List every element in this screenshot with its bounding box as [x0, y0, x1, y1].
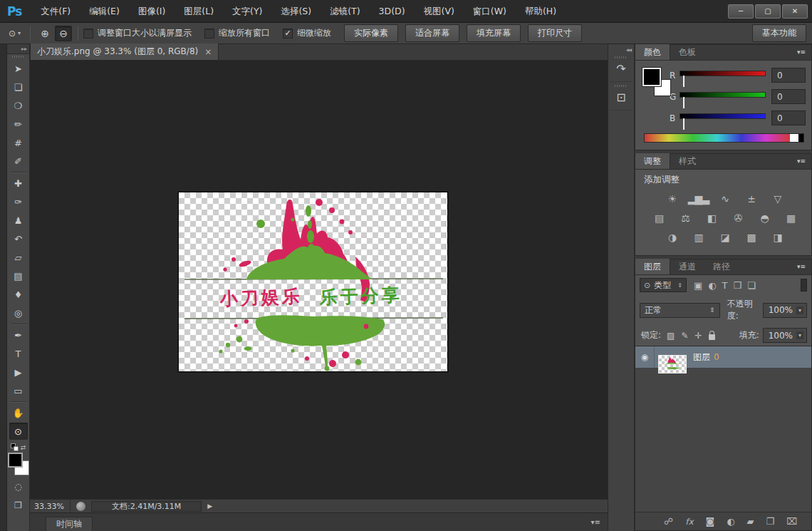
history-panel-button[interactable]: ↷ — [609, 53, 633, 82]
layer-row-selected[interactable]: ◉ 图层 0 — [635, 346, 811, 368]
swap-colors-icon[interactable]: ⇄ — [21, 444, 26, 451]
slider-thumb-icon[interactable] — [683, 118, 685, 130]
workspace-button[interactable]: 基本功能 — [752, 24, 806, 42]
lock-position-icon[interactable]: ✛ — [694, 331, 702, 341]
timeline-tab[interactable]: 时间轴 — [46, 517, 93, 531]
actual-pixels-button[interactable]: 实际像素 — [344, 24, 398, 42]
color-spectrum-ramp[interactable] — [644, 133, 804, 143]
screen-mode-button[interactable]: ❐ — [9, 498, 28, 512]
layer-filter-kind-select[interactable]: ⊙ 类型 ⇕ — [640, 278, 687, 292]
tab-color[interactable]: 颜色 — [635, 44, 670, 60]
curves-icon[interactable]: ∿ — [717, 192, 734, 206]
menu-window[interactable]: 窗口(W) — [464, 0, 516, 23]
marquee-tool-icon[interactable]: ❏ — [9, 78, 28, 96]
color-balance-icon[interactable]: ⚖ — [677, 211, 694, 225]
green-slider[interactable] — [680, 91, 766, 103]
maximize-button[interactable]: ▢ — [755, 4, 781, 19]
link-layers-icon[interactable]: ☍ — [664, 516, 673, 527]
tab-swatches[interactable]: 色板 — [670, 44, 704, 60]
close-button[interactable]: ✕ — [782, 4, 808, 19]
path-selection-tool-icon[interactable]: ▶ — [9, 364, 28, 381]
channel-mixer-icon[interactable]: ◓ — [756, 211, 773, 225]
posterize-icon[interactable]: ▥ — [690, 230, 707, 244]
3d-panel-button[interactable]: ⊡ — [609, 82, 633, 110]
new-group-icon[interactable]: ▰ — [746, 516, 754, 527]
threshold-icon[interactable]: ◪ — [717, 230, 734, 244]
quick-mask-button[interactable]: ◌ — [9, 480, 28, 494]
hand-tool-icon[interactable]: ✋ — [9, 404, 28, 421]
red-value-field[interactable]: 0 — [771, 68, 806, 83]
clone-stamp-tool-icon[interactable]: ♟ — [9, 212, 28, 229]
menu-type[interactable]: 文字(Y) — [223, 0, 271, 23]
expand-panels-icon[interactable]: ◀◀ — [608, 44, 634, 53]
zoom-out-button[interactable]: ⊖ — [55, 26, 72, 41]
tab-paths[interactable]: 路径 — [704, 259, 739, 274]
lasso-tool-icon[interactable]: ❍ — [9, 97, 28, 114]
tab-styles[interactable]: 样式 — [670, 153, 704, 169]
foreground-color-swatch[interactable] — [642, 68, 661, 86]
menu-view[interactable]: 视图(V) — [415, 0, 464, 23]
exposure-icon[interactable]: ± — [743, 192, 760, 206]
layer-thumbnail[interactable] — [658, 355, 687, 373]
new-layer-icon[interactable]: ❐ — [766, 516, 774, 527]
tab-channels[interactable]: 通道 — [670, 259, 704, 274]
blue-slider[interactable] — [680, 112, 766, 125]
eraser-tool-icon[interactable]: ▱ — [9, 249, 28, 266]
opacity-dropdown[interactable]: 100% ▾ — [763, 303, 807, 318]
foreground-color-swatch[interactable] — [8, 453, 23, 468]
status-popup-arrow-icon[interactable]: ▶ — [202, 502, 218, 510]
menu-edit[interactable]: 编辑(E) — [80, 0, 129, 23]
zoom-tool-icon[interactable]: ⊙ — [9, 423, 28, 440]
gradient-map-icon[interactable]: ▩ — [743, 230, 760, 244]
move-tool-icon[interactable]: ➤ — [9, 60, 28, 77]
quick-selection-tool-icon[interactable]: ✏ — [9, 115, 28, 133]
shape-tool-icon[interactable]: ▭ — [9, 382, 28, 399]
selective-color-icon[interactable]: ◨ — [769, 230, 786, 244]
history-brush-tool-icon[interactable]: ↶ — [9, 230, 28, 247]
menu-help[interactable]: 帮助(H) — [516, 0, 566, 23]
red-slider[interactable] — [680, 69, 766, 82]
photo-filter-icon[interactable]: ✇ — [729, 211, 746, 225]
layer-filter-toggle[interactable] — [801, 279, 807, 292]
panel-menu-icon[interactable]: ▾≡ — [797, 48, 811, 60]
filter-pixel-layers-icon[interactable]: ▣ — [694, 280, 702, 291]
slider-thumb-icon[interactable] — [683, 76, 685, 87]
type-tool-icon[interactable]: T — [9, 345, 28, 362]
minimize-button[interactable]: ─ — [728, 4, 754, 19]
eyedropper-tool-icon[interactable]: ✐ — [9, 153, 28, 170]
scrubby-zoom-checkbox[interactable]: ✓ — [283, 29, 293, 38]
default-colors-icon[interactable] — [11, 443, 19, 451]
current-tool-preset[interactable]: ⊙ ▾ — [4, 27, 25, 40]
invert-icon[interactable]: ◑ — [664, 230, 681, 244]
canvas-pasteboard[interactable]: 小刀娱乐 乐于分享 — [30, 61, 608, 499]
blend-mode-select[interactable]: 正常 ⇕ — [640, 303, 720, 318]
brush-tool-icon[interactable]: ✑ — [9, 193, 28, 210]
color-lookup-icon[interactable]: ▦ — [782, 211, 799, 225]
levels-icon[interactable]: ▂▆▃ — [690, 192, 707, 206]
delete-layer-icon[interactable]: ⌧ — [786, 516, 797, 527]
zoom-all-windows-checkbox[interactable]: ✓ — [204, 29, 214, 38]
print-size-button[interactable]: 打印尺寸 — [528, 24, 582, 42]
zoom-in-button[interactable]: ⊕ — [36, 26, 53, 41]
black-white-icon[interactable]: ◧ — [703, 211, 720, 225]
crop-tool-icon[interactable]: # — [9, 134, 28, 151]
fit-screen-button[interactable]: 适合屏幕 — [405, 24, 459, 42]
filter-shape-layers-icon[interactable]: ❒ — [734, 280, 742, 291]
filter-smart-objects-icon[interactable]: ❏ — [747, 280, 756, 291]
new-adjustment-layer-icon[interactable]: ◐ — [727, 516, 734, 527]
menu-image[interactable]: 图像(I) — [129, 0, 175, 23]
toolbar-grip[interactable] — [12, 56, 25, 58]
vibrance-icon[interactable]: ▽ — [769, 192, 786, 206]
green-value-field[interactable]: 0 — [771, 89, 806, 104]
add-layer-mask-icon[interactable]: ◙ — [706, 516, 715, 527]
gradient-tool-icon[interactable]: ▤ — [9, 267, 28, 284]
panel-menu-icon[interactable]: ▾≡ — [797, 263, 811, 274]
menu-select[interactable]: 选择(S) — [271, 0, 321, 23]
tab-adjustments[interactable]: 调整 — [635, 153, 670, 169]
panel-menu-icon[interactable]: ▾≡ — [797, 158, 811, 169]
timeline-menu-icon[interactable]: ▾≡ — [591, 518, 608, 526]
fill-screen-button[interactable]: 填充屏幕 — [467, 24, 521, 42]
fill-dropdown[interactable]: 100% ▾ — [763, 328, 807, 343]
menu-filter[interactable]: 滤镜(T) — [321, 0, 369, 23]
menu-file[interactable]: 文件(F) — [31, 0, 80, 23]
